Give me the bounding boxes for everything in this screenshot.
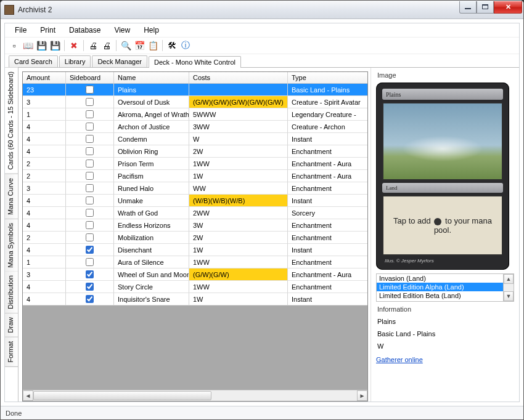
menu-file[interactable]: File	[9, 25, 33, 36]
cell-costs[interactable]: W	[189, 133, 288, 145]
cell-type[interactable]: Enchantment - Aura	[288, 158, 368, 170]
sideboard-checkbox[interactable]	[86, 246, 94, 254]
vtab-mana-symbols[interactable]: Mana Symbols	[5, 219, 18, 272]
cell-name[interactable]: Unmake	[114, 195, 189, 207]
cell-type[interactable]: Instant	[288, 293, 368, 305]
vtab-mana-curve[interactable]: Mana Curve	[5, 174, 18, 219]
sideboard-checkbox[interactable]	[86, 209, 94, 217]
close-button[interactable]: ✕	[494, 1, 522, 14]
card-grid[interactable]: Amount Sideboard Name Costs Type 23Plain…	[22, 71, 368, 402]
menu-print[interactable]: Print	[34, 25, 62, 36]
maximize-button[interactable]	[477, 1, 494, 14]
cell-amount[interactable]: 3	[23, 269, 66, 281]
vtab-distribution[interactable]: Distribution	[5, 272, 18, 313]
cell-amount[interactable]: 23	[23, 84, 66, 96]
cell-name[interactable]: Inquisitor's Snare	[114, 293, 189, 305]
cell-costs[interactable]: 1W	[189, 293, 288, 305]
cell-name[interactable]: Condemn	[114, 133, 189, 145]
cell-costs[interactable]: 3WW	[189, 121, 288, 133]
cell-type[interactable]: Creature - Spirit Avatar	[288, 96, 368, 108]
cell-costs[interactable]	[189, 84, 288, 96]
cell-costs[interactable]: 2W	[189, 232, 288, 244]
cell-name[interactable]: Runed Halo	[114, 182, 189, 195]
clipboard-icon[interactable]: 📋	[147, 40, 158, 51]
cell-amount[interactable]: 3	[23, 182, 66, 195]
sideboard-checkbox[interactable]	[86, 86, 94, 94]
tab-deck-current[interactable]: Deck - Mono White Control	[149, 56, 241, 68]
col-amount[interactable]: Amount	[23, 72, 66, 84]
table-row[interactable]: 4Wrath of God2WWSorcery	[23, 207, 367, 219]
table-row[interactable]: 4CondemnWInstant	[23, 133, 367, 145]
cell-sideboard[interactable]	[66, 121, 114, 133]
set-item[interactable]: Limited Edition Alpha (Land)	[377, 283, 503, 291]
menu-view[interactable]: View	[108, 25, 136, 36]
sideboard-checkbox[interactable]	[86, 270, 94, 278]
table-row[interactable]: 2Pacifism1WEnchantment - Aura	[23, 170, 367, 182]
cell-type[interactable]: Sorcery	[288, 207, 368, 219]
new-icon[interactable]: ▫	[9, 40, 20, 51]
scroll-right-icon[interactable]: ►	[357, 390, 367, 401]
cell-name[interactable]: Oblivion Ring	[114, 145, 189, 158]
cell-amount[interactable]: 4	[23, 244, 66, 256]
cell-type[interactable]: Creature - Archon	[288, 121, 368, 133]
cell-amount[interactable]: 4	[23, 281, 66, 293]
sideboard-checkbox[interactable]	[86, 258, 94, 266]
sideboard-checkbox[interactable]	[86, 98, 94, 106]
cell-sideboard[interactable]	[66, 219, 114, 232]
table-row[interactable]: 1Aura of Silence1WWEnchantment	[23, 256, 367, 269]
cell-type[interactable]: Enchantment - Aura	[288, 170, 368, 182]
table-row[interactable]: 4Archon of Justice3WWCreature - Archon	[23, 121, 367, 133]
cell-sideboard[interactable]	[66, 195, 114, 207]
col-type[interactable]: Type	[288, 72, 368, 84]
cell-type[interactable]: Basic Land - Plains	[288, 84, 368, 96]
cell-name[interactable]: Aura of Silence	[114, 256, 189, 269]
cell-name[interactable]: Story Circle	[114, 281, 189, 293]
table-row[interactable]: 4Story Circle1WWEnchantment	[23, 281, 367, 293]
cell-name[interactable]: Akroma, Angel of Wrath	[114, 108, 189, 121]
cell-amount[interactable]: 2	[23, 158, 66, 170]
cell-name[interactable]: Pacifism	[114, 170, 189, 182]
cell-amount[interactable]: 2	[23, 232, 66, 244]
col-name[interactable]: Name	[114, 72, 189, 84]
cell-sideboard[interactable]	[66, 182, 114, 195]
cell-costs[interactable]: 1W	[189, 170, 288, 182]
cell-costs[interactable]: 1WW	[189, 281, 288, 293]
settings-icon[interactable]: 🛠	[166, 40, 178, 51]
set-item[interactable]: Invasion (Land)	[377, 274, 503, 283]
cell-costs[interactable]: 1WW	[189, 158, 288, 170]
cell-name[interactable]: Oversoul of Dusk	[114, 96, 189, 108]
cell-costs[interactable]: (G/W)(G/W)	[189, 269, 288, 281]
cell-sideboard[interactable]	[66, 84, 114, 96]
cell-sideboard[interactable]	[66, 96, 114, 108]
sideboard-checkbox[interactable]	[86, 233, 94, 241]
cell-costs[interactable]: (G/W)(G/W)(G/W)(G/W)(G/W)	[189, 96, 288, 108]
search-icon[interactable]: 🔍	[120, 40, 131, 51]
save-icon[interactable]: 💾	[36, 40, 47, 51]
cell-sideboard[interactable]	[66, 145, 114, 158]
sideboard-checkbox[interactable]	[86, 160, 94, 168]
cell-sideboard[interactable]	[66, 281, 114, 293]
cell-sideboard[interactable]	[66, 232, 114, 244]
sideboard-checkbox[interactable]	[86, 135, 94, 143]
cell-name[interactable]: Plains	[114, 84, 189, 96]
cell-type[interactable]: Enchantment	[288, 182, 368, 195]
scroll-up-icon[interactable]: ▲	[504, 274, 514, 284]
cell-costs[interactable]: 1W	[189, 244, 288, 256]
cell-name[interactable]: Endless Horizons	[114, 219, 189, 232]
gatherer-link[interactable]: Gatherer online	[376, 356, 514, 363]
cell-sideboard[interactable]	[66, 133, 114, 145]
calendar-icon[interactable]: 📅	[134, 40, 145, 51]
cell-costs[interactable]: (W/B)(W/B)(W/B)	[189, 195, 288, 207]
sideboard-checkbox[interactable]	[86, 295, 94, 303]
cell-amount[interactable]: 4	[23, 293, 66, 305]
vtab-format[interactable]: Format	[5, 337, 18, 367]
set-list[interactable]: Invasion (Land) Limited Edition Alpha (L…	[376, 273, 514, 302]
sideboard-checkbox[interactable]	[86, 172, 94, 180]
sideboard-checkbox[interactable]	[86, 196, 94, 204]
tab-library[interactable]: Library	[59, 55, 91, 67]
sideboard-checkbox[interactable]	[86, 184, 94, 192]
table-row[interactable]: 4Endless Horizons3WEnchantment	[23, 219, 367, 232]
cell-amount[interactable]: 1	[23, 256, 66, 269]
cell-sideboard[interactable]	[66, 207, 114, 219]
cell-sideboard[interactable]	[66, 244, 114, 256]
